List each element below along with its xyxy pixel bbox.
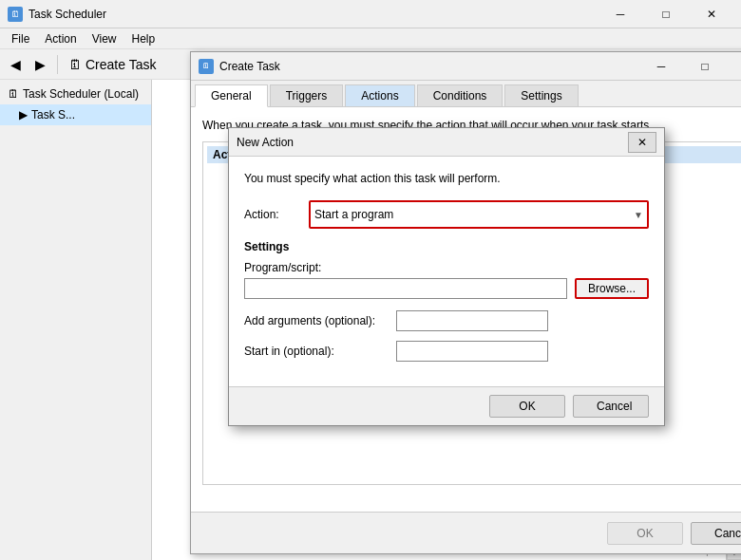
minimize-button[interactable]: ─ — [598, 0, 642, 28]
new-action-dialog: New Action ✕ You must specify what actio… — [228, 127, 665, 426]
forward-button[interactable]: ▶ — [28, 53, 51, 76]
tab-general[interactable]: General — [195, 84, 268, 107]
maximize-button[interactable]: □ — [644, 0, 688, 28]
start-in-row: Start in (optional): — [244, 341, 649, 362]
menu-action[interactable]: Action — [37, 30, 84, 47]
create-task-footer: OK Cancel — [191, 512, 741, 553]
add-arguments-row: Add arguments (optional): — [244, 310, 649, 331]
content-area: 🗓 Create Task ─ □ ✕ General Triggers Act… — [152, 80, 741, 560]
sidebar: 🗓 Task Scheduler (Local) ▶ Task S... — [0, 80, 152, 560]
new-action-body: You must specify what action this task w… — [229, 157, 664, 386]
start-in-label: Start in (optional): — [244, 345, 396, 358]
create-task-cancel-btn[interactable]: Cancel — [691, 522, 741, 545]
app-title: Task Scheduler — [28, 8, 598, 21]
create-task-titlebar: 🗓 Create Task ─ □ ✕ — [191, 52, 741, 81]
new-action-title: New Action — [237, 136, 628, 149]
create-task-dialog-icon: 🗓 — [199, 59, 214, 74]
create-task-dialog-title: Create Task — [219, 60, 280, 73]
tab-settings[interactable]: Settings — [504, 84, 578, 106]
tabs: General Triggers Actions Conditions Sett… — [191, 81, 741, 107]
toolbar-separator — [57, 55, 58, 74]
new-action-titlebar: New Action ✕ — [229, 128, 664, 157]
library-expand-icon: ▶ — [19, 108, 28, 121]
action-row: Action: Start a program Send an e-mail (… — [244, 200, 649, 229]
start-in-input[interactable] — [396, 341, 548, 362]
maximize-btn[interactable]: □ — [683, 52, 727, 81]
browse-button[interactable]: Browse... — [575, 278, 649, 299]
add-arguments-input[interactable] — [396, 310, 548, 331]
tab-triggers[interactable]: Triggers — [270, 84, 344, 106]
menu-file[interactable]: File — [4, 30, 37, 47]
scheduler-icon: 🗓 — [8, 87, 19, 101]
create-task-icon: 🗓 — [68, 57, 82, 72]
app-icon: 🗓 — [8, 7, 23, 22]
add-arguments-label: Add arguments (optional): — [244, 314, 396, 327]
new-action-close-btn[interactable]: ✕ — [628, 132, 656, 153]
menu-help[interactable]: Help — [124, 30, 163, 47]
create-task-label: Create Task — [86, 57, 156, 72]
program-label: Program/script: — [244, 261, 649, 274]
app-titlebar: 🗓 Task Scheduler ─ □ ✕ — [0, 0, 741, 28]
action-select-wrapper: Start a program Send an e-mail (deprecat… — [309, 200, 649, 229]
sidebar-item-scheduler[interactable]: 🗓 Task Scheduler (Local) — [0, 84, 151, 104]
sidebar-item-library[interactable]: ▶ Task S... — [0, 104, 151, 125]
window-controls: ─ □ ✕ — [598, 0, 733, 28]
minimize-btn[interactable]: ─ — [639, 52, 683, 81]
create-task-close-btn[interactable]: ✕ — [727, 52, 741, 81]
tab-actions[interactable]: Actions — [345, 84, 414, 106]
settings-label: Settings — [244, 240, 649, 253]
toolbar-icon-btn[interactable]: 🗓 Create Task — [64, 53, 161, 76]
settings-section: Settings Program/script: Browse... Add a… — [244, 240, 649, 362]
sidebar-library-label: Task S... — [31, 108, 75, 121]
action-label: Action: — [244, 208, 301, 221]
app-window: 🗓 Task Scheduler ─ □ ✕ File Action View … — [0, 0, 741, 560]
program-row: Browse... — [244, 278, 649, 299]
menubar: File Action View Help — [0, 28, 741, 49]
new-action-ok-btn[interactable]: OK — [489, 395, 565, 418]
action-select[interactable]: Start a program Send an e-mail (deprecat… — [311, 202, 647, 227]
sidebar-item-label: Task Scheduler (Local) — [23, 87, 139, 101]
back-button[interactable]: ◀ — [4, 53, 27, 76]
new-action-description: You must specify what action this task w… — [244, 172, 649, 185]
tab-conditions[interactable]: Conditions — [417, 84, 504, 106]
create-task-ok-btn[interactable]: OK — [607, 522, 683, 545]
new-action-cancel-btn[interactable]: Cancel — [573, 395, 649, 418]
new-action-footer: OK Cancel — [229, 386, 664, 425]
main-area: 🗓 Task Scheduler (Local) ▶ Task S... 🗓 C… — [0, 80, 741, 560]
close-button[interactable]: ✕ — [690, 0, 733, 28]
program-input[interactable] — [244, 278, 567, 299]
menu-view[interactable]: View — [85, 30, 124, 47]
